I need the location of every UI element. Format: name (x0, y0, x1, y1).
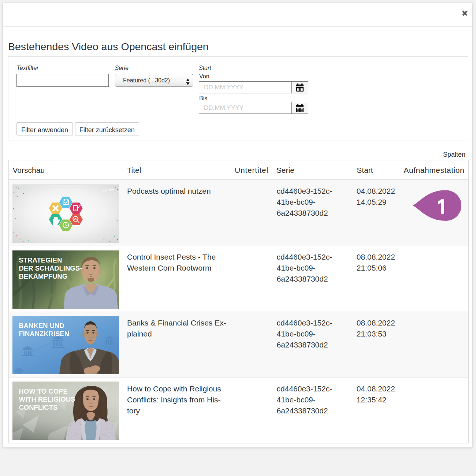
svg-text:BEKÄMPFUNG: BEKÄMPFUNG (19, 272, 67, 280)
svg-text:CONFLICTS: CONFLICTS (19, 404, 57, 411)
svg-text:FINANZKRISEN: FINANZKRISEN (19, 330, 69, 337)
svg-text:DER SCHÄDLINGS-: DER SCHÄDLINGS- (19, 264, 82, 272)
svg-text:STRATEGIEN: STRATEGIEN (19, 256, 62, 264)
svg-text:BANKEN UND: BANKEN UND (19, 321, 64, 329)
svg-text:HOW TO COPE: HOW TO COPE (19, 387, 67, 395)
svg-text:b: b (106, 188, 108, 191)
svg-text:u: u (103, 188, 106, 193)
svg-text:WITH RELIGIOUS: WITH RELIGIOUS (19, 395, 75, 403)
